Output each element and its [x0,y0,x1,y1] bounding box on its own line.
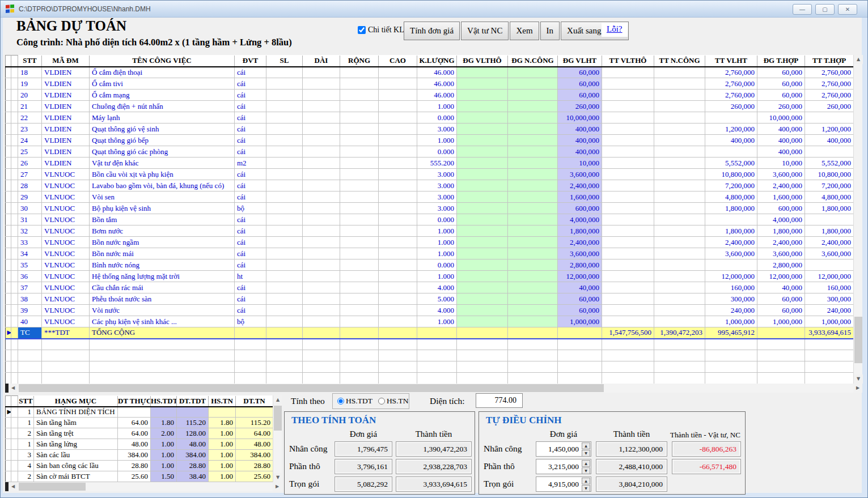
cell-ten-cong-viec[interactable]: Quạt thông gió bếp [90,135,235,146]
cell-tt-vltho[interactable]: 1,547,756,500 [602,327,654,339]
cell-tt-thop[interactable]: 400,000 [805,135,854,146]
cell-ten-cong-viec[interactable]: Các phụ kiện vệ sinh khác ... [90,316,235,327]
cell-dai[interactable] [303,225,340,237]
spin-up-icon[interactable]: ▲ [582,478,590,484]
cell-dg-vlht[interactable]: 4,000,000 [558,214,602,225]
cell-hang-muc[interactable]: Sàn cờ mái BTCT [34,471,118,482]
cell-tt-vlht[interactable]: 260,000 [705,101,757,112]
cell-tt-ncong[interactable] [654,305,705,316]
cell-ma-dm[interactable]: VLNUOC [42,203,90,214]
cell-dg-vlht[interactable]: 1,000,000 [558,316,602,327]
cell-hang-muc[interactable]: BẢNG TÍNH DIỆN TÍCH [34,407,118,418]
cell-dvt[interactable]: cái [235,135,266,146]
cell-ten-cong-viec[interactable]: Vòi nước [90,305,235,316]
main-horizontal-scrollbar[interactable]: ◀ ▶ [5,384,862,393]
horizontal-scrollbar-thumb[interactable] [19,483,86,491]
cell-tt-vltho[interactable] [602,158,654,169]
main-vertical-scrollbar[interactable]: ▲ ▼ [853,55,862,384]
hs-tn-radio[interactable] [378,398,385,405]
in-button[interactable]: In [540,22,560,40]
cell-dg-vltho[interactable] [457,293,508,305]
cell-ten-cong-viec[interactable]: Bồn nước ngầm [90,237,235,248]
cell-stt[interactable]: 25 [18,146,42,158]
cell-dai[interactable] [303,316,340,327]
cell-k-luong[interactable]: 3.000 [417,124,457,135]
cell-dai[interactable] [303,237,340,248]
cell-tt-vltho[interactable] [602,282,654,293]
cell-sl[interactable] [266,271,303,282]
cell-dvt[interactable]: cái [235,225,266,237]
cell-dg-vltho[interactable] [457,191,508,203]
cell-k-luong[interactable]: 1.000 [417,225,457,237]
cell-tt-ncong[interactable] [654,78,705,90]
cell-stt[interactable]: 1 [18,418,34,428]
cell-hs-tn[interactable]: 1.80 [209,418,236,428]
cell-tt-vlht[interactable]: 240,000 [705,305,757,316]
cell-tt-ncong[interactable] [654,191,705,203]
cell-ten-cong-viec[interactable]: Bình nước nóng [90,259,235,271]
cell-tt-vlht[interactable]: 300,000 [705,293,757,305]
row-marker-icon[interactable] [6,418,11,428]
maximize-button[interactable]: ▢ [815,4,835,15]
cell-ma-dm[interactable]: VLNUOC [42,305,90,316]
cell-k-luong[interactable]: 1.000 [417,316,457,327]
cell-tt-vltho[interactable] [602,271,654,282]
cell-dg-vlht[interactable]: 60,000 [558,305,602,316]
cell-dai[interactable] [303,101,340,112]
cell-stt[interactable]: 40 [18,316,42,327]
cell-k-luong[interactable]: 0.000 [417,259,457,271]
cell-tt-thop[interactable]: 7,200,000 [805,180,854,191]
cell-hs-tdt[interactable]: 1.50 [151,471,177,482]
cell-tt-ncong[interactable] [654,112,705,124]
cell-ten-cong-viec[interactable]: Bộ phụ kiện vệ sinh [90,203,235,214]
cell-dg-vlht[interactable]: 400,000 [558,124,602,135]
cell-sl[interactable] [266,191,303,203]
cell-tt-ncong[interactable] [654,237,705,248]
cell-tt-ncong[interactable] [654,293,705,305]
cell-ten-cong-viec[interactable]: Quạt thông gió vệ sinh [90,124,235,135]
cell-rong[interactable] [340,101,379,112]
cell-sl[interactable] [266,112,303,124]
cell-dg-vlht[interactable]: 60,000 [558,293,602,305]
cell-tt-thop[interactable]: 12,000,000 [805,271,854,282]
cell-tt-vlht[interactable]: 5,552,000 [705,158,757,169]
cell-dg-ncong[interactable] [508,214,558,225]
cell-dai[interactable] [303,169,340,180]
cell-ten-cong-viec[interactable]: Quạt thông gió các phòng [90,146,235,158]
cell-dg-ncong[interactable] [508,305,558,316]
cell-dg-ncong[interactable] [508,135,558,146]
row-marker-icon[interactable] [6,90,11,101]
cell-tt-thop[interactable]: 2,760,000 [805,78,854,90]
cell-k-luong[interactable]: 0.000 [417,112,457,124]
cell-dg-vltho[interactable] [457,225,508,237]
cell-tt-vltho[interactable] [602,112,654,124]
cell-dai[interactable] [303,124,340,135]
cell-tt-vltho[interactable] [602,191,654,203]
cell-dg-vlht[interactable]: 40,000 [558,282,602,293]
cell-tt-vltho[interactable] [602,293,654,305]
cell-k-luong[interactable]: 3.000 [417,169,457,180]
cell-stt[interactable]: 24 [18,135,42,146]
cell-dvt[interactable]: cái [235,101,266,112]
cell-hs-tdt[interactable]: 1.80 [151,418,177,428]
radio-hs-tn[interactable]: HS.TN [378,397,409,406]
cell-dg-vltho[interactable] [457,305,508,316]
cell-stt[interactable]: 21 [18,101,42,112]
cell-stt[interactable]: 1 [18,407,34,418]
cell-stt[interactable]: 20 [18,90,42,101]
cell-ma-dm[interactable]: VLDIEN [42,158,90,169]
cell-dai[interactable] [303,158,340,169]
cell-sl[interactable] [266,135,303,146]
cell-dvt[interactable]: cái [235,124,266,135]
loi-link[interactable]: Lỗi? [607,24,623,33]
cell-ma-dm[interactable]: VLNUOC [42,271,90,282]
cell-hs-tdt[interactable]: 1.00 [151,461,177,471]
cell-rong[interactable] [340,305,379,316]
cell-dg-vltho[interactable] [457,180,508,191]
cell-dg-vltho[interactable] [457,214,508,225]
cell-ma-dm[interactable]: VLNUOC [42,293,90,305]
cell-dt-tdt[interactable]: 48.00 [177,439,209,450]
cell-dg-vltho[interactable] [457,146,508,158]
cell-dai[interactable] [303,259,340,271]
cell-tt-vlht[interactable]: 1,800,000 [705,225,757,237]
